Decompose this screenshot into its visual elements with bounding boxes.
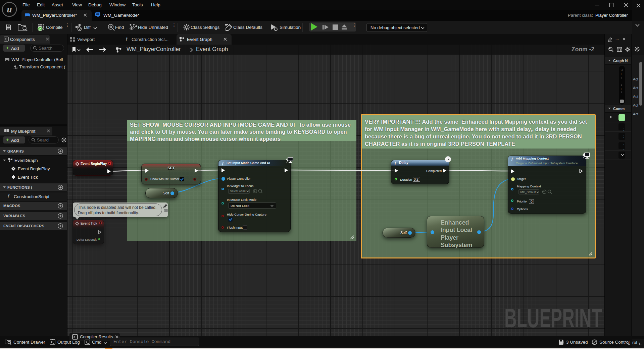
svg-text:u: u	[7, 4, 12, 14]
